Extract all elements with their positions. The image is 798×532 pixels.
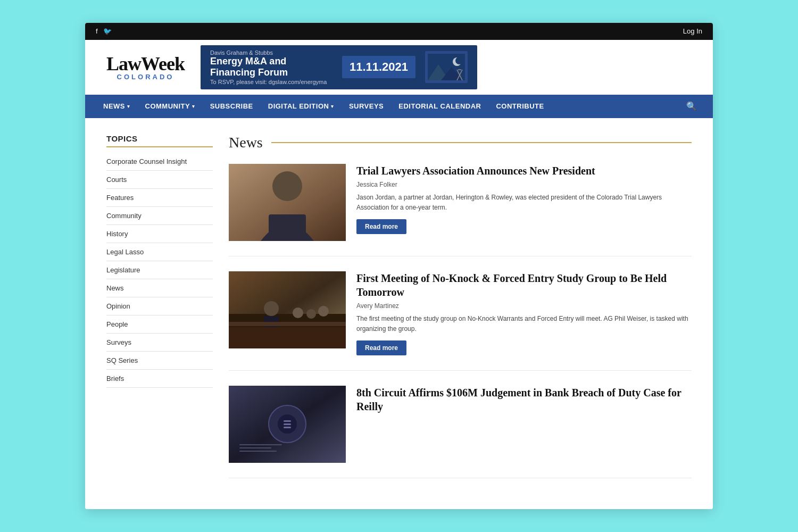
dark-scene-photo (229, 386, 346, 463)
community-chevron: ▾ (192, 104, 195, 109)
banner-title: Energy M&A and Financing Forum (210, 56, 332, 79)
svg-rect-25 (284, 427, 291, 428)
svg-point-2 (455, 57, 463, 64)
sidebar-item-people[interactable]: People (106, 315, 213, 334)
read-more-button-2[interactable]: Read more (356, 340, 406, 355)
main-nav: NEWS ▾ COMMUNITY ▾ SUBSCRIBE DIGITAL EDI… (85, 95, 713, 118)
logo[interactable]: LawWeek COLORADO (106, 54, 185, 80)
banner-ad-text: Davis Graham & Stubbs Energy M&A and Fin… (210, 49, 332, 85)
main-content: Topics Corporate Counsel Insight Courts … (85, 118, 713, 509)
digital-chevron: ▾ (331, 104, 334, 109)
article-body-3: 8th Circuit Affirms $106M Judgement in B… (356, 386, 692, 463)
article-card-3: 8th Circuit Affirms $106M Judgement in B… (229, 386, 692, 478)
twitter-icon[interactable]: 🐦 (103, 27, 112, 35)
read-more-button-1[interactable]: Read more (356, 219, 406, 234)
article-image-2 (229, 271, 346, 348)
svg-point-15 (293, 307, 303, 318)
sidebar-item-features[interactable]: Features (106, 189, 213, 207)
nav-subscribe[interactable]: SUBSCRIBE (203, 95, 261, 118)
search-button[interactable]: 🔍 (681, 101, 702, 111)
sidebar-item-history[interactable]: History (106, 225, 213, 243)
sidebar-title: Topics (106, 134, 213, 147)
svg-rect-23 (284, 420, 291, 422)
page-title-row: News (229, 134, 692, 151)
banner-advertisement[interactable]: Davis Graham & Stubbs Energy M&A and Fin… (201, 45, 477, 89)
article-excerpt-1: Jason Jordan, a partner at Jordan, Herin… (356, 193, 692, 213)
banner-small-text: Davis Graham & Stubbs (210, 49, 332, 56)
article-headline-3[interactable]: 8th Circuit Affirms $106M Judgement in B… (356, 386, 692, 413)
article-headline-2[interactable]: First Meeting of No-Knock & Forced Entry… (356, 271, 692, 299)
sidebar-item-sq-series[interactable]: SQ Series (106, 352, 213, 370)
svg-rect-27 (239, 447, 271, 448)
sidebar-item-opinion[interactable]: Opinion (106, 297, 213, 315)
svg-rect-24 (284, 423, 291, 425)
article-body-2: First Meeting of No-Knock & Forced Entry… (356, 271, 692, 355)
svg-rect-10 (269, 214, 306, 241)
browser-frame: f 🐦 Log In LawWeek COLORADO Davis Graham… (85, 23, 713, 510)
nav-news[interactable]: NEWS ▾ (96, 95, 138, 118)
sidebar-item-legal-lasso[interactable]: Legal Lasso (106, 243, 213, 261)
sidebar-item-community[interactable]: Community (106, 207, 213, 225)
svg-rect-19 (229, 327, 346, 348)
header: LawWeek COLORADO Davis Graham & Stubbs E… (85, 40, 713, 95)
svg-point-9 (272, 171, 302, 201)
person-photo (229, 164, 346, 241)
sidebar-item-briefs[interactable]: Briefs (106, 370, 213, 388)
sidebar: Topics Corporate Counsel Insight Courts … (106, 134, 213, 493)
article-image-3 (229, 386, 346, 463)
nav-contribute[interactable]: CONTRIBUTE (488, 95, 551, 118)
svg-rect-18 (229, 322, 346, 326)
top-bar: f 🐦 Log In (85, 23, 713, 40)
nav-community[interactable]: COMMUNITY ▾ (138, 95, 203, 118)
svg-rect-26 (239, 444, 282, 445)
article-card-1: Trial Lawyers Association Announces New … (229, 164, 692, 256)
svg-rect-28 (239, 451, 277, 452)
article-author-1: Jessica Folker (356, 181, 692, 188)
sidebar-item-legislature[interactable]: Legislature (106, 261, 213, 279)
page-title-divider (271, 142, 692, 143)
page-section: News (229, 134, 692, 493)
sidebar-item-news[interactable]: News (106, 279, 213, 297)
nav-editorial-calendar[interactable]: EDITORIAL CALENDAR (391, 95, 488, 118)
article-excerpt-2: The first meeting of the study group on … (356, 314, 692, 334)
article-card-2: First Meeting of No-Knock & Forced Entry… (229, 271, 692, 371)
login-link[interactable]: Log In (683, 27, 702, 35)
banner-date: 11.11.2021 (342, 56, 415, 78)
nav-digital-edition[interactable]: DIGITAL EDITION ▾ (261, 95, 342, 118)
svg-point-13 (264, 301, 279, 316)
article-headline-1[interactable]: Trial Lawyers Association Announces New … (356, 164, 692, 178)
nav-surveys[interactable]: SURVEYS (342, 95, 391, 118)
article-image-1 (229, 164, 346, 241)
banner-url: To RSVP, please visit: dgslaw.com/energy… (210, 79, 332, 85)
facebook-icon[interactable]: f (96, 27, 98, 35)
courtroom-photo (229, 271, 346, 348)
sidebar-item-courts[interactable]: Courts (106, 171, 213, 189)
svg-point-16 (306, 309, 316, 319)
banner-image (425, 51, 468, 83)
sidebar-item-corporate-counsel[interactable]: Corporate Counsel Insight (106, 153, 213, 171)
svg-point-17 (318, 306, 329, 317)
logo-main-text: LawWeek (106, 54, 185, 73)
news-chevron: ▾ (127, 104, 130, 109)
logo-sub-text: COLORADO (117, 73, 174, 80)
page-title: News (229, 134, 263, 151)
sidebar-item-surveys[interactable]: Surveys (106, 334, 213, 352)
social-links: f 🐦 (96, 27, 112, 35)
article-body-1: Trial Lawyers Association Announces New … (356, 164, 692, 241)
article-author-2: Avery Martinez (356, 302, 692, 310)
